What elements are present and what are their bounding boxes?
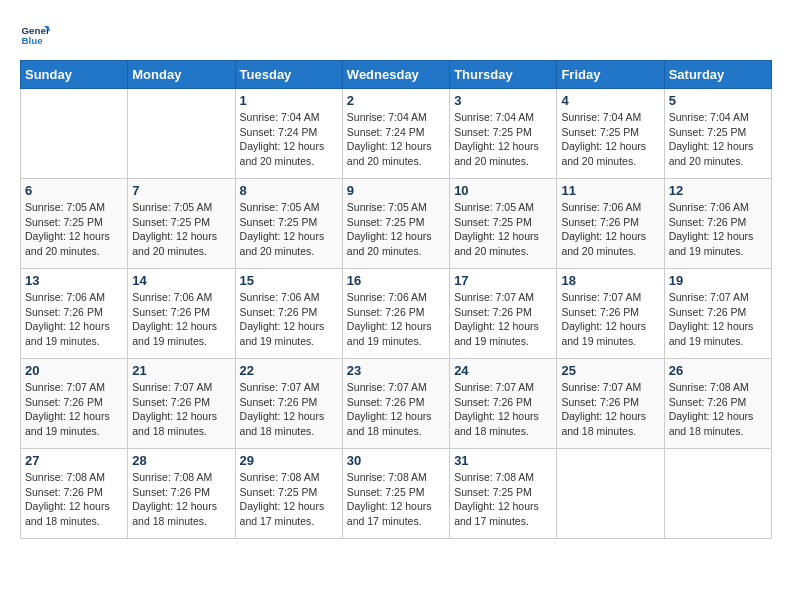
day-number: 16	[347, 273, 445, 288]
col-header-thursday: Thursday	[450, 61, 557, 89]
calendar-cell: 14 Sunrise: 7:06 AM Sunset: 7:26 PM Dayl…	[128, 269, 235, 359]
day-number: 4	[561, 93, 659, 108]
svg-text:Blue: Blue	[22, 35, 44, 46]
day-info: Sunrise: 7:07 AM Sunset: 7:26 PM Dayligh…	[240, 381, 325, 437]
logo-icon: General Blue	[20, 20, 50, 50]
day-info: Sunrise: 7:05 AM Sunset: 7:25 PM Dayligh…	[347, 201, 432, 257]
col-header-saturday: Saturday	[664, 61, 771, 89]
calendar-cell: 3 Sunrise: 7:04 AM Sunset: 7:25 PM Dayli…	[450, 89, 557, 179]
day-info: Sunrise: 7:07 AM Sunset: 7:26 PM Dayligh…	[347, 381, 432, 437]
day-info: Sunrise: 7:05 AM Sunset: 7:25 PM Dayligh…	[25, 201, 110, 257]
calendar-cell: 31 Sunrise: 7:08 AM Sunset: 7:25 PM Dayl…	[450, 449, 557, 539]
day-info: Sunrise: 7:06 AM Sunset: 7:26 PM Dayligh…	[25, 291, 110, 347]
day-info: Sunrise: 7:06 AM Sunset: 7:26 PM Dayligh…	[240, 291, 325, 347]
calendar-header-row: SundayMondayTuesdayWednesdayThursdayFrid…	[21, 61, 772, 89]
col-header-tuesday: Tuesday	[235, 61, 342, 89]
day-info: Sunrise: 7:08 AM Sunset: 7:26 PM Dayligh…	[132, 471, 217, 527]
day-info: Sunrise: 7:04 AM Sunset: 7:24 PM Dayligh…	[347, 111, 432, 167]
calendar-cell: 13 Sunrise: 7:06 AM Sunset: 7:26 PM Dayl…	[21, 269, 128, 359]
calendar-cell: 5 Sunrise: 7:04 AM Sunset: 7:25 PM Dayli…	[664, 89, 771, 179]
day-number: 19	[669, 273, 767, 288]
calendar-cell: 27 Sunrise: 7:08 AM Sunset: 7:26 PM Dayl…	[21, 449, 128, 539]
day-info: Sunrise: 7:07 AM Sunset: 7:26 PM Dayligh…	[25, 381, 110, 437]
day-number: 8	[240, 183, 338, 198]
calendar-cell: 29 Sunrise: 7:08 AM Sunset: 7:25 PM Dayl…	[235, 449, 342, 539]
calendar-cell: 20 Sunrise: 7:07 AM Sunset: 7:26 PM Dayl…	[21, 359, 128, 449]
day-info: Sunrise: 7:08 AM Sunset: 7:26 PM Dayligh…	[669, 381, 754, 437]
day-number: 26	[669, 363, 767, 378]
calendar-cell: 21 Sunrise: 7:07 AM Sunset: 7:26 PM Dayl…	[128, 359, 235, 449]
calendar-week-2: 6 Sunrise: 7:05 AM Sunset: 7:25 PM Dayli…	[21, 179, 772, 269]
day-info: Sunrise: 7:04 AM Sunset: 7:25 PM Dayligh…	[454, 111, 539, 167]
calendar-cell: 9 Sunrise: 7:05 AM Sunset: 7:25 PM Dayli…	[342, 179, 449, 269]
day-info: Sunrise: 7:07 AM Sunset: 7:26 PM Dayligh…	[454, 381, 539, 437]
day-number: 12	[669, 183, 767, 198]
day-number: 6	[25, 183, 123, 198]
day-number: 17	[454, 273, 552, 288]
calendar-cell: 24 Sunrise: 7:07 AM Sunset: 7:26 PM Dayl…	[450, 359, 557, 449]
calendar-cell	[128, 89, 235, 179]
calendar-cell: 18 Sunrise: 7:07 AM Sunset: 7:26 PM Dayl…	[557, 269, 664, 359]
day-number: 24	[454, 363, 552, 378]
day-info: Sunrise: 7:07 AM Sunset: 7:26 PM Dayligh…	[132, 381, 217, 437]
day-number: 22	[240, 363, 338, 378]
col-header-wednesday: Wednesday	[342, 61, 449, 89]
day-number: 10	[454, 183, 552, 198]
logo: General Blue	[20, 20, 52, 50]
day-number: 7	[132, 183, 230, 198]
day-number: 28	[132, 453, 230, 468]
calendar-cell: 17 Sunrise: 7:07 AM Sunset: 7:26 PM Dayl…	[450, 269, 557, 359]
day-info: Sunrise: 7:07 AM Sunset: 7:26 PM Dayligh…	[561, 291, 646, 347]
day-number: 15	[240, 273, 338, 288]
day-info: Sunrise: 7:04 AM Sunset: 7:25 PM Dayligh…	[669, 111, 754, 167]
calendar-cell	[557, 449, 664, 539]
day-number: 13	[25, 273, 123, 288]
day-number: 21	[132, 363, 230, 378]
calendar-cell: 12 Sunrise: 7:06 AM Sunset: 7:26 PM Dayl…	[664, 179, 771, 269]
day-info: Sunrise: 7:04 AM Sunset: 7:25 PM Dayligh…	[561, 111, 646, 167]
day-info: Sunrise: 7:08 AM Sunset: 7:25 PM Dayligh…	[240, 471, 325, 527]
calendar-cell: 25 Sunrise: 7:07 AM Sunset: 7:26 PM Dayl…	[557, 359, 664, 449]
day-info: Sunrise: 7:05 AM Sunset: 7:25 PM Dayligh…	[132, 201, 217, 257]
day-info: Sunrise: 7:07 AM Sunset: 7:26 PM Dayligh…	[669, 291, 754, 347]
calendar-cell: 23 Sunrise: 7:07 AM Sunset: 7:26 PM Dayl…	[342, 359, 449, 449]
calendar-cell: 2 Sunrise: 7:04 AM Sunset: 7:24 PM Dayli…	[342, 89, 449, 179]
day-number: 9	[347, 183, 445, 198]
calendar-cell: 11 Sunrise: 7:06 AM Sunset: 7:26 PM Dayl…	[557, 179, 664, 269]
day-info: Sunrise: 7:08 AM Sunset: 7:25 PM Dayligh…	[347, 471, 432, 527]
col-header-friday: Friday	[557, 61, 664, 89]
day-info: Sunrise: 7:06 AM Sunset: 7:26 PM Dayligh…	[669, 201, 754, 257]
day-info: Sunrise: 7:07 AM Sunset: 7:26 PM Dayligh…	[454, 291, 539, 347]
day-number: 25	[561, 363, 659, 378]
calendar-cell: 22 Sunrise: 7:07 AM Sunset: 7:26 PM Dayl…	[235, 359, 342, 449]
day-number: 29	[240, 453, 338, 468]
calendar-cell: 16 Sunrise: 7:06 AM Sunset: 7:26 PM Dayl…	[342, 269, 449, 359]
calendar-cell: 28 Sunrise: 7:08 AM Sunset: 7:26 PM Dayl…	[128, 449, 235, 539]
day-info: Sunrise: 7:06 AM Sunset: 7:26 PM Dayligh…	[347, 291, 432, 347]
day-number: 18	[561, 273, 659, 288]
calendar-cell: 8 Sunrise: 7:05 AM Sunset: 7:25 PM Dayli…	[235, 179, 342, 269]
day-number: 14	[132, 273, 230, 288]
calendar-cell: 30 Sunrise: 7:08 AM Sunset: 7:25 PM Dayl…	[342, 449, 449, 539]
day-number: 30	[347, 453, 445, 468]
calendar: SundayMondayTuesdayWednesdayThursdayFrid…	[20, 60, 772, 539]
day-number: 31	[454, 453, 552, 468]
col-header-sunday: Sunday	[21, 61, 128, 89]
calendar-week-1: 1 Sunrise: 7:04 AM Sunset: 7:24 PM Dayli…	[21, 89, 772, 179]
day-info: Sunrise: 7:08 AM Sunset: 7:25 PM Dayligh…	[454, 471, 539, 527]
calendar-cell: 6 Sunrise: 7:05 AM Sunset: 7:25 PM Dayli…	[21, 179, 128, 269]
calendar-cell: 15 Sunrise: 7:06 AM Sunset: 7:26 PM Dayl…	[235, 269, 342, 359]
calendar-cell	[664, 449, 771, 539]
col-header-monday: Monday	[128, 61, 235, 89]
day-info: Sunrise: 7:06 AM Sunset: 7:26 PM Dayligh…	[561, 201, 646, 257]
day-number: 3	[454, 93, 552, 108]
day-info: Sunrise: 7:04 AM Sunset: 7:24 PM Dayligh…	[240, 111, 325, 167]
day-info: Sunrise: 7:06 AM Sunset: 7:26 PM Dayligh…	[132, 291, 217, 347]
calendar-week-4: 20 Sunrise: 7:07 AM Sunset: 7:26 PM Dayl…	[21, 359, 772, 449]
day-number: 1	[240, 93, 338, 108]
calendar-cell: 19 Sunrise: 7:07 AM Sunset: 7:26 PM Dayl…	[664, 269, 771, 359]
day-info: Sunrise: 7:05 AM Sunset: 7:25 PM Dayligh…	[240, 201, 325, 257]
calendar-week-5: 27 Sunrise: 7:08 AM Sunset: 7:26 PM Dayl…	[21, 449, 772, 539]
calendar-cell: 1 Sunrise: 7:04 AM Sunset: 7:24 PM Dayli…	[235, 89, 342, 179]
calendar-cell: 10 Sunrise: 7:05 AM Sunset: 7:25 PM Dayl…	[450, 179, 557, 269]
